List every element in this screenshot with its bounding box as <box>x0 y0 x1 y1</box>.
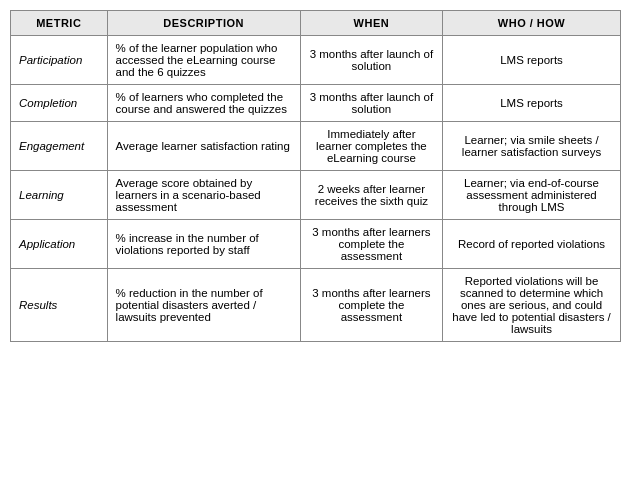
metric-who-how: LMS reports <box>443 36 621 85</box>
header-metric: METRIC <box>11 11 108 36</box>
table-row: Application % increase in the number of … <box>11 220 621 269</box>
metric-when: 3 months after launch of solution <box>300 36 442 85</box>
metric-description: Average score obtained by learners in a … <box>107 171 300 220</box>
metric-label: Participation <box>11 36 108 85</box>
header-who-how: WHO / HOW <box>443 11 621 36</box>
metric-who-how: Learner; via smile sheets / learner sati… <box>443 122 621 171</box>
metric-label: Results <box>11 269 108 342</box>
metric-when: 3 months after launch of solution <box>300 85 442 122</box>
metric-description: Average learner satisfaction rating <box>107 122 300 171</box>
metric-when: 2 weeks after learner receives the sixth… <box>300 171 442 220</box>
metric-when: 3 months after learners complete the ass… <box>300 269 442 342</box>
metric-label: Learning <box>11 171 108 220</box>
metric-who-how: Record of reported violations <box>443 220 621 269</box>
header-description: DESCRIPTION <box>107 11 300 36</box>
metric-description: % reduction in the number of potential d… <box>107 269 300 342</box>
metric-label: Engagement <box>11 122 108 171</box>
table-row: Results % reduction in the number of pot… <box>11 269 621 342</box>
metric-who-how: Learner; via end-of-course assessment ad… <box>443 171 621 220</box>
header-when: WHEN <box>300 11 442 36</box>
metric-label: Application <box>11 220 108 269</box>
metric-description: % increase in the number of violations r… <box>107 220 300 269</box>
table-row: Participation % of the learner populatio… <box>11 36 621 85</box>
table-row: Engagement Average learner satisfaction … <box>11 122 621 171</box>
table-row: Learning Average score obtained by learn… <box>11 171 621 220</box>
metric-description: % of learners who completed the course a… <box>107 85 300 122</box>
metric-who-how: LMS reports <box>443 85 621 122</box>
table-row: Completion % of learners who completed t… <box>11 85 621 122</box>
metric-when: Immediately after learner completes the … <box>300 122 442 171</box>
metrics-table: METRIC DESCRIPTION WHEN WHO / HOW Partic… <box>10 10 621 342</box>
metric-who-how: Reported violations will be scanned to d… <box>443 269 621 342</box>
metric-when: 3 months after learners complete the ass… <box>300 220 442 269</box>
metric-label: Completion <box>11 85 108 122</box>
metric-description: % of the learner population who accessed… <box>107 36 300 85</box>
